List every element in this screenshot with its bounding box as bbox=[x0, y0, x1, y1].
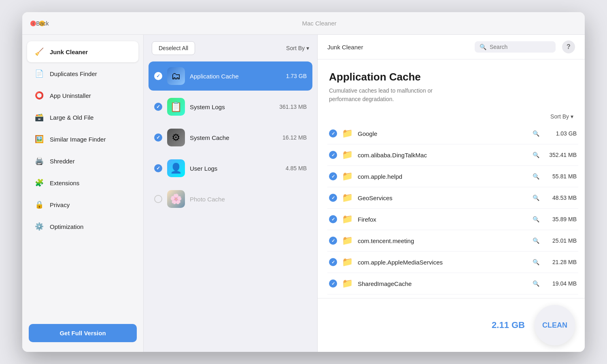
detail-row-6[interactable]: ✓ 📁 com.apple.AppleMediaServices 🔍 21.28… bbox=[327, 252, 578, 273]
detail-size-0: 1.03 GB bbox=[544, 130, 577, 137]
list-item-system-cache[interactable]: ✓ ⚙ System Cache 16.12 MB bbox=[149, 123, 312, 152]
checkbox-system-logs[interactable]: ✓ bbox=[154, 103, 162, 111]
detail-size-1: 352.41 MB bbox=[544, 152, 577, 158]
detail-name-0: Google bbox=[358, 130, 528, 137]
list-item-user-logs[interactable]: ✓ 👤 User Logs 4.85 MB bbox=[149, 154, 312, 183]
middle-panel: Deselect All Sort By ▾ ✓ 🗂 Application C… bbox=[144, 35, 318, 352]
system-cache-info: System Cache bbox=[190, 134, 278, 141]
detail-checkbox-1[interactable]: ✓ bbox=[329, 151, 337, 159]
sidebar-item-similar-image-finder[interactable]: 🖼️ Similar Image Finder bbox=[27, 129, 138, 150]
app-cache-icon: 🗂 bbox=[167, 67, 185, 85]
list-item-system-logs[interactable]: ✓ 📋 System Logs 361.13 MB bbox=[149, 92, 312, 121]
detail-name-6: com.apple.AppleMediaServices bbox=[358, 259, 528, 266]
photo-cache-info: Photo Cache bbox=[190, 196, 302, 203]
right-footer: 2.11 GB CLEAN bbox=[318, 298, 585, 352]
detail-checkbox-2[interactable]: ✓ bbox=[329, 172, 337, 180]
sidebar-item-junk-cleaner[interactable]: 🧹 Junk Cleaner bbox=[27, 41, 138, 62]
list-item-app-cache[interactable]: ✓ 🗂 Application Cache 1.73 GB bbox=[149, 61, 312, 91]
detail-search-icon-2[interactable]: 🔍 bbox=[533, 173, 539, 180]
folder-icon-7: 📁 bbox=[342, 278, 353, 289]
detail-search-icon-5[interactable]: 🔍 bbox=[533, 237, 539, 244]
checkbox-app-cache[interactable]: ✓ bbox=[154, 72, 162, 80]
detail-size-5: 25.01 MB bbox=[544, 237, 577, 244]
duplicates-finder-icon: 📄 bbox=[34, 68, 45, 79]
app-cache-name: Application Cache bbox=[190, 73, 281, 80]
app-cache-info: Application Cache bbox=[190, 73, 281, 80]
system-logs-name: System Logs bbox=[190, 104, 274, 110]
sort-chevron-icon: ▾ bbox=[571, 113, 573, 120]
checkbox-system-cache[interactable]: ✓ bbox=[154, 133, 162, 142]
detail-name-4: Firefox bbox=[358, 216, 528, 223]
detail-search-icon-7[interactable]: 🔍 bbox=[533, 280, 539, 287]
folder-icon-6: 📁 bbox=[342, 257, 353, 267]
list-item-photo-cache[interactable]: 🌸 Photo Cache bbox=[149, 184, 312, 214]
app-uninstaller-label: App Uninstaller bbox=[50, 92, 91, 99]
folder-icon-2: 📁 bbox=[342, 171, 353, 182]
detail-search-icon-4[interactable]: 🔍 bbox=[533, 216, 539, 222]
detail-row-5[interactable]: ✓ 📁 com.tencent.meeting 🔍 25.01 MB bbox=[327, 230, 578, 252]
back-button[interactable]: ‹ Back bbox=[32, 20, 49, 27]
photo-cache-name: Photo Cache bbox=[190, 196, 302, 203]
user-logs-size: 4.85 MB bbox=[286, 165, 307, 171]
back-label: Back bbox=[36, 20, 49, 27]
detail-checkbox-0[interactable]: ✓ bbox=[329, 129, 337, 138]
detail-size-4: 35.89 MB bbox=[544, 216, 577, 222]
right-panel: Junk Cleaner 🔍 ? Application Cache Cumul… bbox=[318, 35, 585, 352]
title-bar: ‹ Back Mac Cleaner bbox=[22, 12, 585, 35]
detail-name-5: com.tencent.meeting bbox=[358, 237, 528, 244]
folder-icon-4: 📁 bbox=[342, 214, 353, 224]
main-content: 🧹 Junk Cleaner 📄 Duplicates Finder ⭕ App… bbox=[22, 35, 585, 352]
sidebar-item-extensions[interactable]: 🧩 Extensions bbox=[27, 172, 138, 193]
detail-search-icon-6[interactable]: 🔍 bbox=[533, 259, 539, 265]
shredder-label: Shredder bbox=[50, 158, 75, 165]
detail-size-7: 19.04 MB bbox=[544, 280, 577, 287]
detail-row-2[interactable]: ✓ 📁 com.apple.helpd 🔍 55.81 MB bbox=[327, 166, 578, 187]
detail-checkbox-4[interactable]: ✓ bbox=[329, 215, 337, 223]
junk-cleaner-label: Junk Cleaner bbox=[50, 49, 88, 55]
detail-row-0[interactable]: ✓ 📁 Google 🔍 1.03 GB bbox=[327, 123, 578, 144]
detail-row-1[interactable]: ✓ 📁 com.alibaba.DingTalkMac 🔍 352.41 MB bbox=[327, 144, 578, 166]
optimization-icon: ⚙️ bbox=[34, 221, 45, 232]
system-cache-size: 16.12 MB bbox=[282, 134, 307, 141]
detail-checkbox-6[interactable]: ✓ bbox=[329, 258, 337, 266]
detail-row-7[interactable]: ✓ 📁 SharedImageCache 🔍 19.04 MB bbox=[327, 273, 578, 294]
sidebar-item-shredder[interactable]: 🖨️ Shredder bbox=[27, 150, 138, 171]
similar-image-finder-icon: 🖼️ bbox=[34, 133, 45, 145]
search-input[interactable] bbox=[490, 44, 551, 50]
folder-icon-5: 📁 bbox=[342, 235, 353, 246]
detail-sort-button[interactable]: Sort By ▾ bbox=[550, 113, 573, 120]
detail-name-2: com.apple.helpd bbox=[358, 173, 528, 180]
detail-checkbox-3[interactable]: ✓ bbox=[329, 194, 337, 202]
detail-checkbox-5[interactable]: ✓ bbox=[329, 237, 337, 245]
detail-search-icon-1[interactable]: 🔍 bbox=[533, 152, 539, 158]
detail-row-3[interactable]: ✓ 📁 GeoServices 🔍 48.53 MB bbox=[327, 187, 578, 209]
extensions-icon: 🧩 bbox=[34, 177, 45, 188]
total-size: 2.11 GB bbox=[492, 320, 525, 330]
search-icon: 🔍 bbox=[480, 44, 486, 50]
detail-description: Cumulative caches lead to malfunction or… bbox=[329, 87, 573, 104]
sidebar-item-optimization[interactable]: ⚙️ Optimization bbox=[27, 216, 138, 237]
chevron-down-icon: ▾ bbox=[306, 45, 309, 51]
sidebar-footer: Get Full Version bbox=[27, 321, 138, 345]
sidebar-item-large-old-file[interactable]: 🗃️ Large & Old File bbox=[27, 107, 138, 128]
detail-search-icon-0[interactable]: 🔍 bbox=[533, 130, 539, 137]
help-button[interactable]: ? bbox=[562, 40, 575, 53]
privacy-icon: 🔒 bbox=[34, 199, 45, 210]
deselect-all-button[interactable]: Deselect All bbox=[152, 41, 195, 55]
middle-sort-by-button[interactable]: Sort By ▾ bbox=[286, 45, 309, 51]
shredder-icon: 🖨️ bbox=[34, 155, 45, 167]
detail-checkbox-7[interactable]: ✓ bbox=[329, 279, 337, 288]
sidebar-item-app-uninstaller[interactable]: ⭕ App Uninstaller bbox=[27, 85, 138, 106]
folder-icon-0: 📁 bbox=[342, 128, 353, 139]
detail-search-icon-3[interactable]: 🔍 bbox=[533, 195, 539, 201]
app-cache-size: 1.73 GB bbox=[286, 73, 307, 79]
detail-row-4[interactable]: ✓ 📁 Firefox 🔍 35.89 MB bbox=[327, 209, 578, 230]
checkbox-photo-cache[interactable] bbox=[154, 195, 162, 203]
detail-name-3: GeoServices bbox=[358, 195, 528, 201]
checkbox-user-logs[interactable]: ✓ bbox=[154, 164, 162, 172]
clean-button[interactable]: CLEAN bbox=[535, 305, 575, 345]
sidebar-item-privacy[interactable]: 🔒 Privacy bbox=[27, 194, 138, 215]
sidebar-item-duplicates-finder[interactable]: 📄 Duplicates Finder bbox=[27, 63, 138, 84]
get-full-version-button[interactable]: Get Full Version bbox=[29, 324, 137, 342]
duplicates-finder-label: Duplicates Finder bbox=[50, 70, 97, 77]
